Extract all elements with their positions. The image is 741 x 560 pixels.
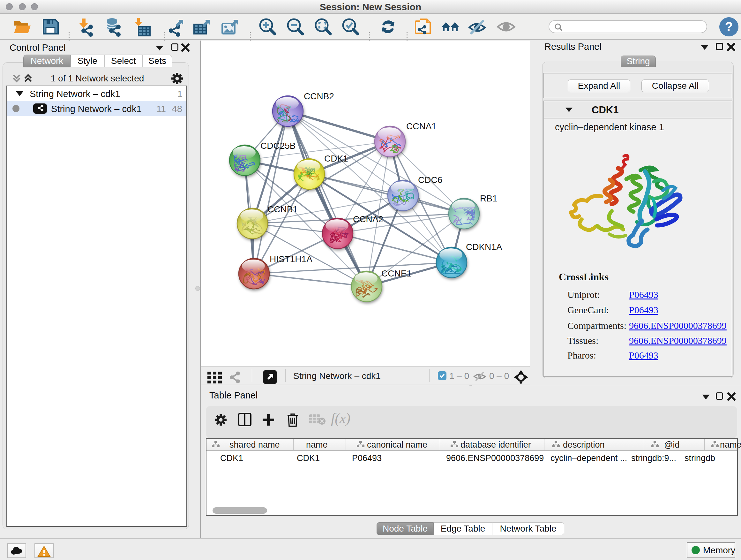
svg-text:CDC6: CDC6 [418,175,442,185]
svg-text:CDK1: CDK1 [324,153,348,164]
svg-text:CDKN1A: CDKN1A [466,242,502,252]
svg-text:CCNA2: CCNA2 [353,214,383,224]
svg-text:CCNA1: CCNA1 [406,121,436,131]
svg-text:RB1: RB1 [480,193,497,203]
svg-text:HIST1H1A: HIST1H1A [270,254,313,264]
svg-text:CCNE1: CCNE1 [381,268,412,278]
svg-text:CDC25B: CDC25B [260,141,295,151]
svg-text:CCNB2: CCNB2 [304,91,334,101]
svg-text:CCNB1: CCNB1 [267,204,298,214]
